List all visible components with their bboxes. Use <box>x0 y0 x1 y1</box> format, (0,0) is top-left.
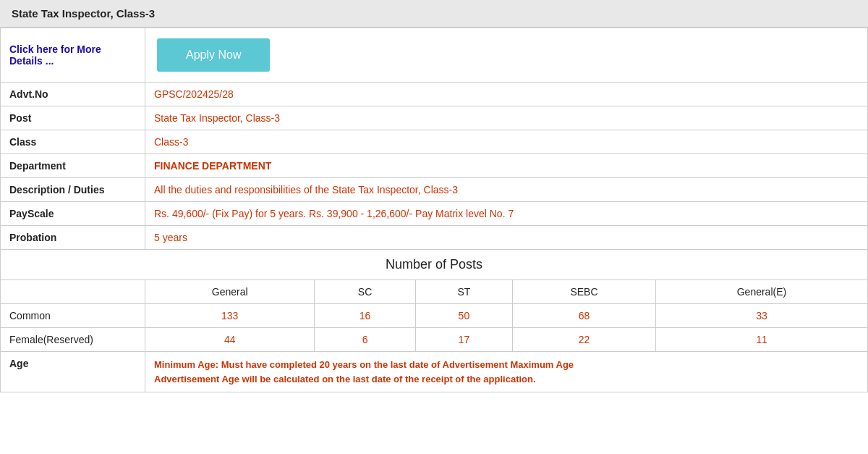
field-duties: Description / Duties All the duties and … <box>1 178 868 202</box>
field-value: 5 years <box>145 226 868 250</box>
posts-column-headers: General SC ST SEBC General(E) <box>1 280 868 304</box>
field-age-label: Age <box>1 352 145 392</box>
col-sebc: SEBC <box>513 280 656 304</box>
posts-female-sebc: 22 <box>513 328 656 352</box>
posts-row-label-female: Female(Reserved) <box>1 328 145 352</box>
posts-female-sc: 6 <box>315 328 415 352</box>
field-label: Advt.No <box>1 83 145 106</box>
field-label: PayScale <box>1 202 145 226</box>
field-class: Class Class-3 <box>1 130 868 154</box>
field-age-row: Age Minimum Age: Must have completed 20 … <box>1 352 868 392</box>
number-of-posts-title: Number of Posts <box>1 250 868 280</box>
posts-row-female: Female(Reserved) 44 6 17 22 11 <box>1 328 868 352</box>
page-title: State Tax Inspector, Class-3 <box>0 0 868 28</box>
field-age-value: Minimum Age: Must have completed 20 year… <box>145 352 868 392</box>
field-value: GPSC/202425/28 <box>145 83 868 106</box>
field-department: Department FINANCE DEPARTMENT <box>1 154 868 178</box>
field-value: Class-3 <box>145 130 868 154</box>
field-value: All the duties and responsibilities of t… <box>145 178 868 202</box>
col-sc: SC <box>315 280 415 304</box>
field-value: State Tax Inspector, Class-3 <box>145 106 868 130</box>
field-value: Rs. 49,600/- (Fix Pay) for 5 years. Rs. … <box>145 202 868 226</box>
field-label: Class <box>1 130 145 154</box>
field-label: Post <box>1 106 145 130</box>
col-st: ST <box>415 280 512 304</box>
posts-row-label-common: Common <box>1 304 145 328</box>
posts-common-st: 50 <box>415 304 512 328</box>
posts-row-common: Common 133 16 50 68 33 <box>1 304 868 328</box>
field-post: Post State Tax Inspector, Class-3 <box>1 106 868 130</box>
col-general-e: General(E) <box>655 280 867 304</box>
click-more-link[interactable]: Click here for More Details ... <box>9 43 101 67</box>
col-general: General <box>145 280 315 304</box>
posts-female-general: 44 <box>145 328 315 352</box>
field-label: Department <box>1 154 145 178</box>
field-probation: Probation 5 years <box>1 226 868 250</box>
posts-common-general: 133 <box>145 304 315 328</box>
posts-female-st: 17 <box>415 328 512 352</box>
posts-common-sebc: 68 <box>513 304 656 328</box>
apply-now-button[interactable]: Apply Now <box>157 38 270 72</box>
field-label: Description / Duties <box>1 178 145 202</box>
posts-common-generale: 33 <box>655 304 867 328</box>
field-label: Probation <box>1 226 145 250</box>
posts-common-sc: 16 <box>315 304 415 328</box>
field-value: FINANCE DEPARTMENT <box>145 154 868 178</box>
field-advt-no: Advt.No GPSC/202425/28 <box>1 83 868 106</box>
number-of-posts-header-row: Number of Posts <box>1 250 868 280</box>
posts-female-generale: 11 <box>655 328 867 352</box>
field-payscale: PayScale Rs. 49,600/- (Fix Pay) for 5 ye… <box>1 202 868 226</box>
